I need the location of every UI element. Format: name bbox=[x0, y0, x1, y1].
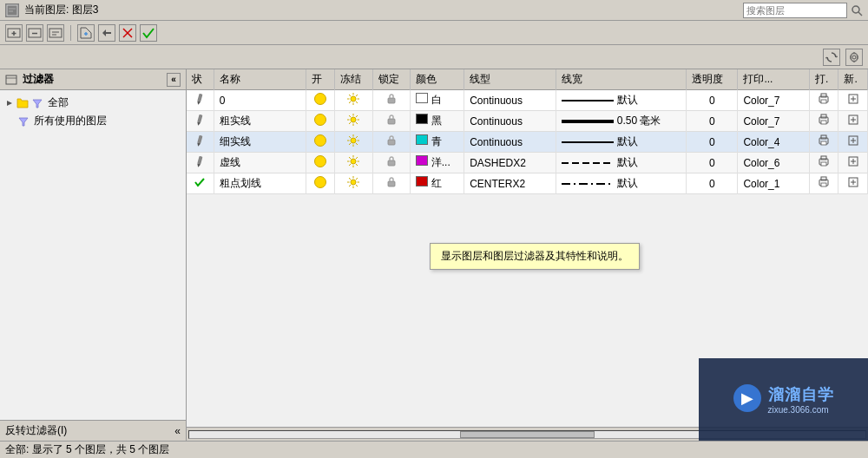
color-box[interactable] bbox=[416, 134, 428, 145]
color-box[interactable] bbox=[416, 114, 428, 124]
transparency-cell[interactable]: 0 bbox=[687, 111, 738, 132]
col-linetype[interactable]: 线型 bbox=[464, 69, 556, 90]
confirm-btn[interactable] bbox=[140, 24, 157, 42]
new-icon-cell[interactable] bbox=[838, 153, 868, 173]
lock-cell[interactable] bbox=[372, 111, 411, 132]
col-print2[interactable]: 打. bbox=[810, 69, 838, 90]
sun-icon[interactable] bbox=[346, 113, 360, 127]
hscroll-thumb[interactable] bbox=[460, 431, 595, 438]
freeze-cell[interactable] bbox=[335, 90, 373, 111]
table-row[interactable]: 粗实线 黑 Continuous 0.50 毫米 0 Color_7 bbox=[187, 111, 868, 132]
light-icon[interactable] bbox=[314, 93, 326, 105]
new-vp-icon[interactable] bbox=[847, 155, 859, 167]
name-cell[interactable]: 0 bbox=[214, 90, 306, 111]
transparency-cell[interactable]: 0 bbox=[687, 132, 738, 153]
sun-icon[interactable] bbox=[346, 154, 360, 168]
color-cell[interactable]: 白 bbox=[411, 90, 464, 111]
lineweight-cell[interactable]: 默认 bbox=[556, 132, 687, 153]
name-cell[interactable]: 粗实线 bbox=[214, 111, 306, 132]
lineweight-cell[interactable]: 默认 bbox=[556, 153, 687, 173]
table-row[interactable]: 0 白 Continuous 默认 0 Color_7 bbox=[187, 90, 868, 111]
new-layer2-btn[interactable] bbox=[77, 24, 95, 42]
color-box[interactable] bbox=[416, 93, 428, 103]
color-box[interactable] bbox=[416, 176, 428, 186]
print-icon[interactable] bbox=[818, 134, 830, 147]
lock-icon[interactable] bbox=[385, 114, 398, 126]
new-icon-cell[interactable] bbox=[838, 132, 868, 153]
print-icon-cell[interactable] bbox=[810, 111, 838, 132]
lineweight-cell[interactable]: 默认 bbox=[556, 90, 687, 111]
print-icon-cell[interactable] bbox=[810, 90, 838, 111]
freeze-cell[interactable] bbox=[335, 173, 373, 194]
tree-item-used[interactable]: 所有使用的图层 bbox=[3, 112, 182, 130]
on-cell[interactable] bbox=[306, 173, 335, 194]
print-icon[interactable] bbox=[818, 114, 830, 126]
light-icon[interactable] bbox=[314, 134, 326, 147]
new-icon-cell[interactable] bbox=[838, 111, 868, 132]
on-cell[interactable] bbox=[306, 90, 335, 111]
lock-cell[interactable] bbox=[372, 132, 411, 153]
lock-cell[interactable] bbox=[372, 153, 411, 173]
new-vp-icon[interactable] bbox=[847, 114, 859, 126]
light-icon[interactable] bbox=[314, 155, 326, 167]
sidebar-footer[interactable]: 反转过滤器(I) « bbox=[0, 420, 186, 441]
lock-cell[interactable] bbox=[372, 90, 411, 111]
color-cell[interactable]: 黑 bbox=[411, 111, 464, 132]
name-cell[interactable]: 粗点划线 bbox=[214, 173, 306, 194]
table-row[interactable]: 细实线 青 Continuous 默认 0 Color_4 bbox=[187, 132, 868, 153]
on-cell[interactable] bbox=[306, 153, 335, 173]
light-icon[interactable] bbox=[314, 176, 326, 188]
linetype-cell[interactable]: Continuous bbox=[464, 90, 556, 111]
delete2-btn[interactable] bbox=[119, 24, 136, 42]
tree-item-all[interactable]: 全部 bbox=[3, 94, 182, 112]
col-lock[interactable]: 锁定 bbox=[372, 69, 411, 90]
print-icon-cell[interactable] bbox=[810, 132, 838, 153]
lock-icon[interactable] bbox=[385, 93, 398, 105]
print-icon-cell[interactable] bbox=[810, 173, 838, 194]
sidebar-collapse-btn[interactable]: « bbox=[167, 73, 181, 87]
delete-layer-btn[interactable] bbox=[26, 24, 43, 42]
linetype-cell[interactable]: CENTERX2 bbox=[464, 173, 556, 194]
print-icon[interactable] bbox=[818, 155, 830, 167]
lock-icon[interactable] bbox=[385, 155, 398, 167]
linetype-cell[interactable]: Continuous bbox=[464, 111, 556, 132]
freeze-cell[interactable] bbox=[335, 111, 373, 132]
new-vp-icon[interactable] bbox=[847, 93, 859, 105]
sun-icon[interactable] bbox=[346, 175, 360, 189]
color-cell[interactable]: 洋... bbox=[411, 153, 464, 173]
print-icon[interactable] bbox=[818, 93, 830, 105]
color-cell[interactable]: 青 bbox=[411, 132, 464, 153]
col-freeze[interactable]: 冻结 bbox=[335, 69, 373, 90]
print-icon[interactable] bbox=[818, 176, 830, 188]
light-icon[interactable] bbox=[314, 114, 326, 126]
col-transparency[interactable]: 透明度 bbox=[687, 69, 738, 90]
lock-icon[interactable] bbox=[385, 176, 398, 188]
print-cell[interactable]: Color_1 bbox=[738, 173, 810, 194]
name-cell[interactable]: 虚线 bbox=[214, 153, 306, 173]
sun-icon[interactable] bbox=[346, 134, 360, 147]
col-on[interactable]: 开 bbox=[306, 69, 335, 90]
transparency-cell[interactable]: 0 bbox=[687, 173, 738, 194]
lock-cell[interactable] bbox=[372, 173, 411, 194]
on-cell[interactable] bbox=[306, 132, 335, 153]
move-btn[interactable] bbox=[98, 24, 115, 42]
new-layer-btn[interactable] bbox=[5, 24, 23, 42]
table-row[interactable]: 粗点划线 红 CENTERX2 默认 0 Color_1 bbox=[187, 173, 868, 194]
settings-btn[interactable] bbox=[845, 49, 863, 66]
name-cell[interactable]: 细实线 bbox=[214, 132, 306, 153]
print-icon-cell[interactable] bbox=[810, 153, 838, 173]
lineweight-cell[interactable]: 默认 bbox=[556, 173, 687, 194]
search-input[interactable] bbox=[743, 3, 847, 18]
freeze-cell[interactable] bbox=[335, 153, 373, 173]
col-name[interactable]: 名称 bbox=[214, 69, 306, 90]
col-new[interactable]: 新. bbox=[838, 69, 868, 90]
print-cell[interactable]: Color_7 bbox=[738, 111, 810, 132]
col-lineweight[interactable]: 线宽 bbox=[556, 69, 687, 90]
col-print[interactable]: 打印... bbox=[738, 69, 810, 90]
print-cell[interactable]: Color_7 bbox=[738, 90, 810, 111]
print-cell[interactable]: Color_6 bbox=[738, 153, 810, 173]
linetype-cell[interactable]: Continuous bbox=[464, 132, 556, 153]
sidebar-footer-collapse-btn[interactable]: « bbox=[174, 425, 181, 437]
new-vp-icon[interactable] bbox=[847, 176, 859, 188]
transparency-cell[interactable]: 0 bbox=[687, 90, 738, 111]
